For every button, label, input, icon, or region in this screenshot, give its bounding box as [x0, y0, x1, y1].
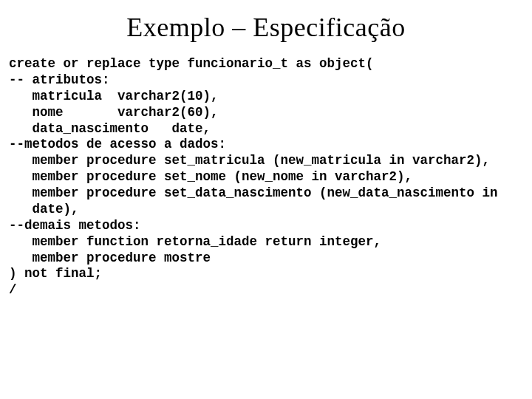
code-line: --metodos de acesso a dados:: [9, 137, 226, 151]
code-line: ) not final;: [9, 266, 102, 281]
code-line: nome varchar2(60),: [9, 105, 219, 120]
code-block: create or replace type funcionario_t as …: [9, 56, 523, 299]
code-line: member procedure mostre: [9, 250, 211, 265]
code-line: --demais metodos:: [9, 218, 141, 233]
code-line: member function retorna_idade return int…: [9, 234, 381, 249]
code-line: member procedure set_matricula (new_matr…: [9, 153, 490, 168]
code-line: -- atributos:: [9, 72, 110, 87]
code-line: data_nascimento date,: [9, 121, 211, 136]
code-line: date),: [9, 202, 79, 216]
code-line: create or replace type funcionario_t as …: [9, 56, 374, 71]
slide-title: Exemplo – Especificação: [9, 12, 523, 43]
slide: Exemplo – Especificação create or replac…: [0, 0, 532, 399]
code-line: matricula varchar2(10),: [9, 89, 219, 103]
code-line: /: [9, 282, 17, 297]
code-line: member procedure set_nome (new_nome in v…: [9, 169, 412, 184]
code-line: member procedure set_data_nascimento (ne…: [9, 185, 498, 200]
